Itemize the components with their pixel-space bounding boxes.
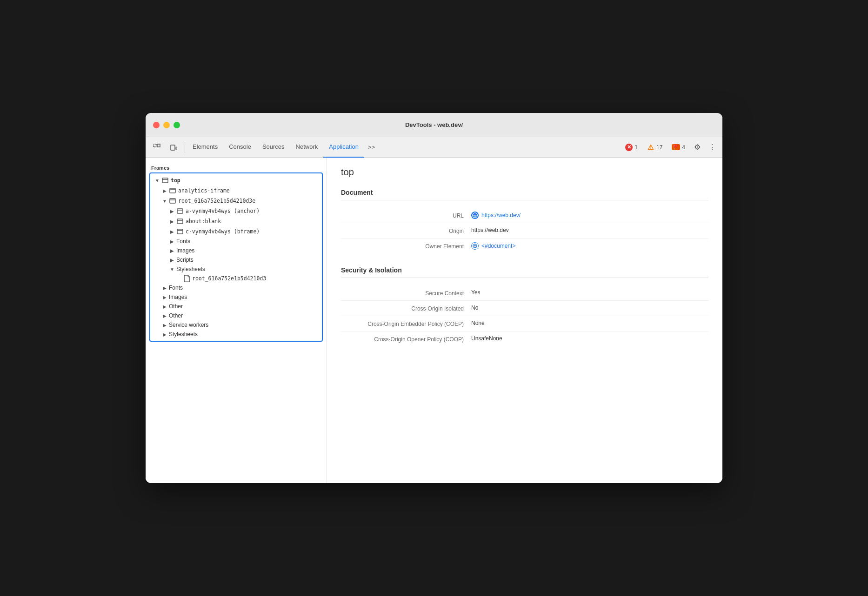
settings-icon[interactable]: ⚙ <box>691 141 704 154</box>
svg-rect-8 <box>170 199 175 203</box>
window-title: DevTools - web.dev/ <box>405 121 463 128</box>
inspect-element-icon[interactable] <box>149 140 164 155</box>
chevron-right-icon: ▶ <box>161 331 168 338</box>
svg-rect-2 <box>171 145 175 150</box>
tab-sources[interactable]: Sources <box>257 137 290 158</box>
coep-label: Cross-Origin Embedder Policy (COEP) <box>341 320 471 327</box>
chevron-right-icon: ▶ <box>169 208 175 214</box>
owner-link[interactable]: <#document> <box>481 243 515 249</box>
chevron-right-icon: ▶ <box>161 303 168 310</box>
url-label: URL <box>341 212 471 219</box>
svg-rect-0 <box>154 144 156 147</box>
tab-network[interactable]: Network <box>290 137 324 158</box>
cross-origin-isolated-value: No <box>471 305 478 311</box>
tree-item-other1[interactable]: ▶ Other <box>150 302 322 311</box>
tree-item-a-vynmy[interactable]: ▶ a-vynmy4vb4wys (anchor) <box>150 206 322 216</box>
owner-label: Owner Element <box>341 242 471 250</box>
tab-separator <box>185 142 185 153</box>
file-icon <box>184 275 190 282</box>
item-label: Scripts <box>176 257 194 263</box>
origin-label: Origin <box>341 227 471 234</box>
url-icon <box>471 212 479 219</box>
traffic-lights <box>153 122 180 128</box>
item-label: Fonts <box>176 238 190 245</box>
chevron-right-icon: ▶ <box>169 218 175 225</box>
tree-item-top[interactable]: ▼ top <box>150 175 322 185</box>
item-label: Other <box>169 303 183 310</box>
tree-item-scripts-inner[interactable]: ▶ Scripts <box>150 255 322 265</box>
tab-console[interactable]: Console <box>223 137 257 158</box>
document-section: Document URL https://web.dev/ <box>341 189 708 253</box>
chevron-right-icon: ▶ <box>161 187 168 194</box>
tree-item-c-vynmy[interactable]: ▶ c-vynmy4vb4wys (bframe) <box>150 226 322 237</box>
tree-item-stylesheet-file[interactable]: root_616a752e1b5d4210d3 <box>150 274 322 283</box>
tab-overflow-button[interactable]: >> <box>364 137 379 158</box>
tree-item-service-workers[interactable]: ▶ Service workers <box>150 320 322 330</box>
close-button[interactable] <box>153 122 160 128</box>
cross-origin-isolated-label: Cross-Origin Isolated <box>341 305 471 312</box>
info-badge[interactable]: 🚩 4 <box>668 143 689 152</box>
tree-item-analytics-iframe[interactable]: ▶ analytics-iframe <box>150 185 322 196</box>
tab-actions: ✕ 1 ⚠ 17 🚩 4 ⚙ ⋮ <box>621 141 719 154</box>
frame-icon <box>161 177 169 184</box>
item-label: top <box>171 177 180 184</box>
frame-icon <box>169 187 176 194</box>
error-count: 1 <box>634 144 638 151</box>
more-options-icon[interactable]: ⋮ <box>706 141 719 154</box>
tree-item-images-inner[interactable]: ▶ Images <box>150 246 322 255</box>
tree-item-stylesheets-outer[interactable]: ▶ Stylesheets <box>150 330 322 339</box>
security-section: Security & Isolation Secure Context Yes … <box>341 266 708 346</box>
document-section-title: Document <box>341 189 708 200</box>
chevron-right-icon: ▶ <box>161 285 168 291</box>
warning-icon: ⚠ <box>647 144 654 151</box>
item-label: root_616a752e1b5d4210d3 <box>192 275 266 282</box>
info-count: 4 <box>682 144 685 151</box>
chevron-right-icon: ▶ <box>169 228 175 235</box>
minimize-button[interactable] <box>163 122 170 128</box>
tab-elements[interactable]: Elements <box>187 137 223 158</box>
owner-icon <box>471 242 479 250</box>
tree-item-about-blank[interactable]: ▶ about:blank <box>150 216 322 226</box>
tree-item-fonts-inner[interactable]: ▶ Fonts <box>150 237 322 246</box>
tree-item-images-outer[interactable]: ▶ Images <box>150 292 322 302</box>
item-label: c-vynmy4vb4wys (bframe) <box>186 228 260 235</box>
main-content: Frames ▼ top ▶ <box>146 158 722 483</box>
tree-item-stylesheets-inner[interactable]: ▼ Stylesheets <box>150 265 322 274</box>
origin-value: https://web.dev <box>471 227 509 233</box>
chevron-right-icon: ▶ <box>161 312 168 319</box>
tree-item-fonts-outer[interactable]: ▶ Fonts <box>150 283 322 292</box>
error-badge[interactable]: ✕ 1 <box>621 143 641 152</box>
svg-rect-10 <box>177 209 183 213</box>
tab-application[interactable]: Application <box>323 137 364 158</box>
coop-value: UnsafeNone <box>471 335 502 342</box>
detail-title: top <box>341 167 708 178</box>
svg-rect-3 <box>176 147 177 150</box>
device-toggle-icon[interactable] <box>166 140 181 155</box>
coep-row: Cross-Origin Embedder Policy (COEP) None <box>341 316 708 331</box>
tree-item-root[interactable]: ▼ root_616a752e1b5d4210d3e <box>150 196 322 206</box>
svg-rect-14 <box>177 229 183 234</box>
detail-panel: top Document URL <box>327 158 722 483</box>
tree-item-other2[interactable]: ▶ Other <box>150 311 322 320</box>
item-label: Service workers <box>169 322 208 328</box>
chevron-down-icon: ▼ <box>154 177 160 184</box>
url-link[interactable]: https://web.dev/ <box>481 212 521 219</box>
svg-rect-1 <box>157 144 160 147</box>
chevron-right-icon: ▶ <box>161 294 168 300</box>
item-label: Stylesheets <box>176 266 205 272</box>
chevron-down-icon: ▼ <box>169 266 175 272</box>
error-icon: ✕ <box>625 144 633 151</box>
maximize-button[interactable] <box>174 122 180 128</box>
item-label: analytics-iframe <box>178 187 230 194</box>
url-row: URL https://web.dev/ <box>341 208 708 223</box>
chevron-right-icon: ▶ <box>161 322 168 328</box>
secure-context-row: Secure Context Yes <box>341 285 708 301</box>
warning-badge[interactable]: ⚠ 17 <box>643 143 666 152</box>
item-label: Fonts <box>169 285 183 291</box>
svg-rect-12 <box>177 219 183 224</box>
secure-context-value: Yes <box>471 289 481 296</box>
item-label: Images <box>176 247 194 254</box>
owner-row: Owner Element <#document> <box>341 238 708 253</box>
sidebar: Frames ▼ top ▶ <box>146 158 327 483</box>
item-label: Stylesheets <box>169 331 198 338</box>
